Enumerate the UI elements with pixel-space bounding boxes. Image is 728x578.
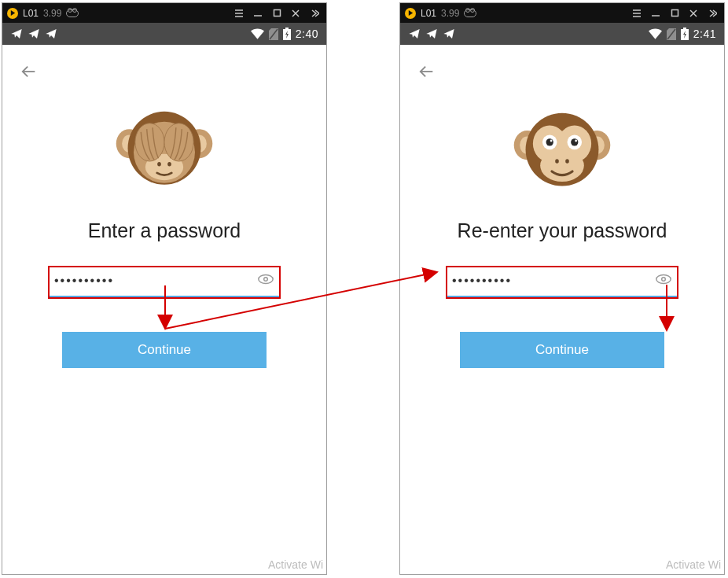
telegram-plane-icon <box>408 28 421 40</box>
svg-point-47 <box>546 138 553 145</box>
back-button[interactable] <box>17 59 42 84</box>
see-no-evil-monkey-icon <box>15 100 314 202</box>
svg-rect-29 <box>671 10 678 17</box>
status-time: 2:40 <box>296 28 318 40</box>
password-input[interactable] <box>50 267 279 297</box>
svg-point-50 <box>575 140 577 142</box>
svg-rect-9 <box>285 28 289 29</box>
svg-point-19 <box>157 162 161 167</box>
sim-icon <box>269 28 278 40</box>
back-button[interactable] <box>414 59 439 84</box>
svg-point-48 <box>571 138 578 145</box>
monkey-face-icon <box>413 100 711 202</box>
watermark-text: Activate Wi <box>268 558 323 571</box>
page-title: Enter a password <box>15 219 314 242</box>
reveal-password-icon[interactable] <box>655 271 672 288</box>
gamepad-icon <box>464 9 476 17</box>
svg-point-54 <box>662 278 666 282</box>
battery-charging-icon <box>681 28 689 40</box>
svg-point-24 <box>264 278 268 282</box>
android-status-bar: 2:40 <box>2 23 326 45</box>
svg-point-49 <box>550 140 553 142</box>
emulator-window-left: L01 3.99 <box>2 2 327 575</box>
emulator-title: L01 <box>23 8 39 19</box>
minimize-button[interactable] <box>649 9 663 18</box>
android-status-bar: 2:41 <box>400 23 724 45</box>
svg-point-51 <box>555 159 559 164</box>
maximize-button[interactable] <box>667 9 682 17</box>
svg-point-21 <box>135 123 164 161</box>
menu-icon[interactable] <box>232 8 246 19</box>
svg-rect-34 <box>683 28 686 29</box>
minimize-button[interactable] <box>251 9 265 18</box>
emulator-version: 3.99 <box>43 8 61 19</box>
emulator-titlebar: L01 3.99 <box>400 3 724 23</box>
more-icon[interactable] <box>307 9 322 18</box>
close-button[interactable] <box>289 9 303 18</box>
watermark-text: Activate Wi <box>666 558 721 571</box>
more-icon[interactable] <box>705 9 719 18</box>
status-time: 2:41 <box>693 28 716 40</box>
wifi-icon <box>251 28 264 39</box>
emulator-titlebar: L01 3.99 <box>2 3 326 23</box>
svg-point-23 <box>259 275 273 284</box>
page-title: Re-enter your password <box>413 219 711 242</box>
emulator-window-right: L01 3.99 <box>399 2 725 575</box>
sim-icon <box>667 28 676 40</box>
reveal-password-icon[interactable] <box>257 271 274 288</box>
continue-button[interactable]: Continue <box>62 332 267 368</box>
emulator-version: 3.99 <box>441 8 459 19</box>
ldplayer-logo-icon <box>7 8 18 19</box>
ldplayer-logo-icon <box>405 8 416 19</box>
telegram-plane-icon <box>443 28 455 40</box>
emulator-title: L01 <box>421 8 436 19</box>
svg-point-52 <box>565 159 569 164</box>
continue-button[interactable]: Continue <box>460 332 664 368</box>
telegram-plane-icon <box>425 28 438 40</box>
close-button[interactable] <box>686 9 700 18</box>
gamepad-icon <box>66 9 79 17</box>
telegram-plane-icon <box>45 28 57 40</box>
svg-point-20 <box>167 162 171 167</box>
menu-icon[interactable] <box>630 8 644 19</box>
wifi-icon <box>649 28 662 39</box>
svg-point-22 <box>164 123 193 161</box>
password-field-wrap <box>447 267 677 297</box>
password-field-wrap <box>50 267 279 297</box>
telegram-plane-icon <box>10 28 23 40</box>
svg-point-53 <box>656 275 671 284</box>
maximize-button[interactable] <box>270 9 284 17</box>
password-input[interactable] <box>447 267 677 297</box>
svg-rect-4 <box>274 10 280 17</box>
svg-point-44 <box>540 149 584 182</box>
battery-charging-icon <box>283 28 291 40</box>
telegram-plane-icon <box>28 28 40 40</box>
